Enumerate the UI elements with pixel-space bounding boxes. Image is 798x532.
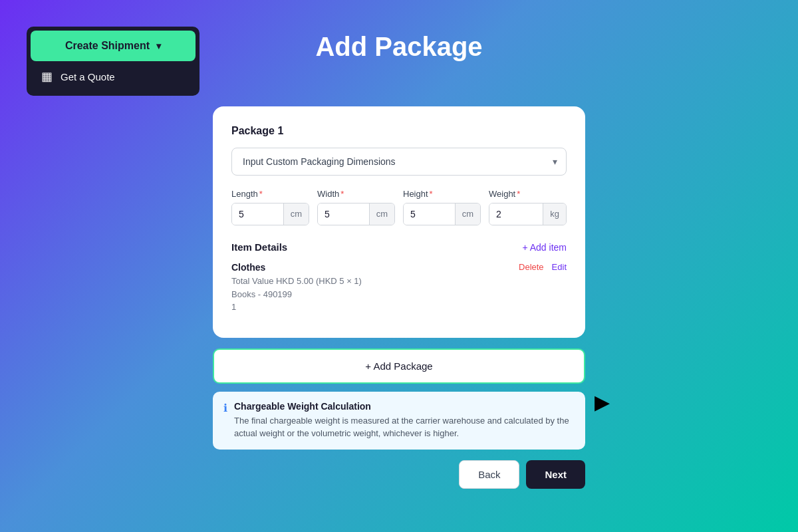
bottom-buttons: Back Next: [213, 460, 585, 489]
width-required: *: [340, 189, 344, 199]
width-input[interactable]: [318, 203, 369, 225]
package-type-select-wrapper: Input Custom Packaging Dimensions ▾: [231, 148, 567, 176]
height-field: Height * cm: [403, 189, 481, 225]
add-package-wrapper: + Add Package ▶: [213, 338, 585, 384]
back-button[interactable]: Back: [459, 460, 519, 489]
get-a-quote-menu-item[interactable]: ▦ Get a Quote: [31, 61, 196, 92]
dimensions-row: Length * cm Width * cm: [231, 189, 567, 225]
create-shipment-label: Create Shipment: [65, 40, 150, 52]
height-label: Height *: [403, 189, 481, 199]
height-input-wrapper: cm: [403, 203, 481, 225]
item-details-title: Item Details: [231, 241, 287, 253]
add-package-label: + Add Package: [365, 360, 432, 372]
item-info: Clothes Total Value HKD 5.00 (HKD 5 × 1)…: [231, 262, 519, 314]
weight-label: Weight *: [489, 189, 567, 199]
create-shipment-button[interactable]: Create Shipment ▾: [31, 31, 196, 61]
calculator-icon: ▦: [41, 69, 53, 84]
item-line1: Total Value HKD 5.00 (HKD 5 × 1): [231, 275, 519, 288]
info-box-title: Chargeable Weight Calculation: [234, 401, 575, 412]
width-input-wrapper: cm: [317, 203, 395, 225]
weight-unit: kg: [543, 203, 566, 225]
height-unit: cm: [455, 203, 480, 225]
info-box-text: The final chargeable weight is measured …: [234, 414, 575, 440]
item-line3: 1: [231, 301, 519, 314]
item-name: Clothes: [231, 262, 519, 273]
length-field: Length * cm: [231, 189, 309, 225]
width-field: Width * cm: [317, 189, 395, 225]
length-required: *: [259, 189, 263, 199]
item-line2: Books - 490199: [231, 288, 519, 301]
package-title: Package 1: [231, 125, 567, 137]
height-input[interactable]: [404, 203, 455, 225]
weight-field: Weight * kg: [489, 189, 567, 225]
package-card: Package 1 Input Custom Packaging Dimensi…: [213, 106, 585, 338]
get-a-quote-label: Get a Quote: [61, 71, 115, 82]
length-input[interactable]: [232, 203, 283, 225]
item-actions: Delete Edit: [519, 262, 567, 272]
width-unit: cm: [369, 203, 394, 225]
weight-input[interactable]: [489, 203, 543, 225]
length-label: Length *: [231, 189, 309, 199]
info-box: ℹ Chargeable Weight Calculation The fina…: [213, 392, 585, 450]
delete-item-button[interactable]: Delete: [519, 262, 544, 272]
weight-required: *: [517, 189, 520, 199]
main-content-area: Package 1 Input Custom Packaging Dimensi…: [213, 106, 585, 489]
dropdown-arrow-icon: ▾: [156, 41, 161, 51]
package-type-select[interactable]: Input Custom Packaging Dimensions: [231, 148, 567, 176]
edit-item-button[interactable]: Edit: [552, 262, 567, 272]
info-icon: ℹ: [223, 402, 227, 414]
length-input-wrapper: cm: [231, 203, 309, 225]
height-required: *: [430, 189, 433, 199]
add-item-button[interactable]: + Add item: [522, 242, 567, 253]
next-button[interactable]: Next: [526, 460, 585, 489]
item-row: Clothes Total Value HKD 5.00 (HKD 5 × 1)…: [231, 262, 567, 319]
length-unit: cm: [283, 203, 309, 225]
weight-input-wrapper: kg: [489, 203, 567, 225]
item-details-header: Item Details + Add item: [231, 241, 567, 253]
width-label: Width *: [317, 189, 395, 199]
top-left-menu: Create Shipment ▾ ▦ Get a Quote: [27, 27, 200, 96]
add-package-button[interactable]: + Add Package: [213, 348, 585, 384]
info-content: Chargeable Weight Calculation The final …: [234, 401, 575, 440]
